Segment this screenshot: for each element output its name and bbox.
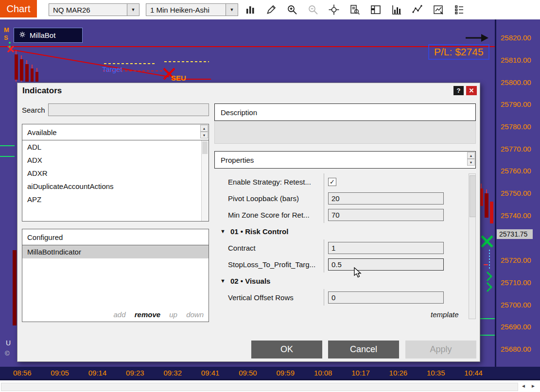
strategy-tab-millabot[interactable]: MillaBot xyxy=(14,28,83,43)
help-button[interactable]: ? xyxy=(453,86,464,95)
list-item[interactable]: ADL xyxy=(22,140,209,153)
price-axis-label: 25820.00 xyxy=(501,34,531,42)
scroll-up-icon[interactable]: ▲ xyxy=(467,152,475,159)
strategies-icon[interactable] xyxy=(411,3,424,17)
available-scrollbar[interactable] xyxy=(201,140,209,221)
time-axis-label: 10:26 xyxy=(389,369,408,377)
instrument-selector[interactable]: NQ MAR26 ▼ xyxy=(49,3,139,16)
scroll-down-icon[interactable]: ▼ xyxy=(200,132,208,138)
property-row: Vertical Offset Rows xyxy=(214,289,469,306)
stoploss-ratio-input[interactable] xyxy=(328,258,444,271)
time-axis[interactable]: 08:56 09:05 09:14 09:23 09:32 09:41 09:5… xyxy=(0,367,540,379)
property-row: Min Zone Score for Ret... xyxy=(214,206,469,223)
enable-strategy-checkbox[interactable]: ✓ xyxy=(328,178,336,186)
price-axis-label: 25710.00 xyxy=(501,278,531,287)
price-axis-label: 25780.00 xyxy=(501,122,531,131)
interval-dropdown-button[interactable]: ▼ xyxy=(226,4,238,16)
list-item[interactable]: APZ xyxy=(22,193,209,206)
price-axis-label: 25720.00 xyxy=(501,256,531,265)
vertical-offset-input[interactable] xyxy=(328,291,444,304)
cancel-button[interactable]: Cancel xyxy=(328,341,399,358)
close-button[interactable]: ✕ xyxy=(466,86,477,95)
chevron-down-icon: ▼ xyxy=(131,7,136,12)
time-axis-label: 10:44 xyxy=(464,369,483,377)
add-button[interactable]: add xyxy=(114,310,126,319)
indicators-icon[interactable] xyxy=(390,3,403,17)
tab-chart[interactable]: Chart xyxy=(0,0,37,17)
price-axis-label: 25750.00 xyxy=(501,189,531,198)
time-axis-label: 09:32 xyxy=(163,369,182,377)
pl-readout: P/L: $2745 xyxy=(428,44,489,60)
search-label: Search xyxy=(22,106,45,114)
list-item[interactable]: ADX xyxy=(22,153,209,167)
price-axis-label: 25690.00 xyxy=(501,323,531,331)
list-item[interactable]: aiDuplicateAccountActions xyxy=(22,180,209,193)
price-axis-label: 25790.00 xyxy=(501,100,531,109)
group-label: 02 • Visuals xyxy=(230,277,271,285)
horizontal-scrollbar-thumb[interactable] xyxy=(1,383,518,391)
property-group-visuals[interactable]: ▼ 02 • Visuals xyxy=(214,273,469,289)
template-link[interactable]: template xyxy=(431,310,459,319)
strategy-tab-label: MillaBot xyxy=(30,31,55,39)
search-input[interactable] xyxy=(48,103,209,116)
time-axis-label: 09:41 xyxy=(201,369,220,377)
scroll-right-icon[interactable]: ► xyxy=(531,383,536,389)
toolbar-icons xyxy=(244,3,466,17)
app-window: Chart NQ MAR26 ▼ 1 Min Heiken-Ashi ▼ xyxy=(0,0,540,392)
up-button[interactable]: up xyxy=(169,310,177,319)
indicators-dialog: Indicators ? ✕ Search Available ▲ ▼ ADL … xyxy=(17,83,480,362)
drawing-tools-icon[interactable] xyxy=(265,3,278,17)
price-axis-label: 25810.00 xyxy=(501,56,531,65)
instrument-dropdown-button[interactable]: ▼ xyxy=(127,4,139,16)
ok-button[interactable]: OK xyxy=(251,341,322,358)
chart-trader-icon[interactable] xyxy=(369,3,382,17)
chart-left-letter-m: M xyxy=(4,26,9,34)
interval-selector[interactable]: 1 Min Heiken-Ashi ▼ xyxy=(146,3,238,16)
apply-button[interactable]: Apply xyxy=(405,341,476,358)
remove-button[interactable]: remove xyxy=(135,310,160,319)
scroll-left-icon[interactable]: ◄ xyxy=(521,383,526,389)
time-axis-label: 09:23 xyxy=(126,369,144,377)
instrument-value: NQ MAR26 xyxy=(49,4,127,16)
description-body xyxy=(214,121,476,144)
scroll-down-icon[interactable]: ▼ xyxy=(467,159,475,166)
min-zone-score-input[interactable] xyxy=(328,209,444,221)
properties-header-label: Properties xyxy=(221,156,254,164)
crosshair-icon[interactable] xyxy=(328,3,340,17)
property-label: Min Zone Score for Ret... xyxy=(214,211,324,219)
zoom-out-icon[interactable] xyxy=(307,3,319,17)
object-properties-icon[interactable] xyxy=(453,3,466,17)
time-axis-label: 08:56 xyxy=(13,369,32,377)
down-button[interactable]: down xyxy=(186,310,204,319)
price-axis[interactable]: 25820.00 25810.00 25800.00 25790.00 2578… xyxy=(496,19,540,367)
gear-icon xyxy=(19,31,26,39)
configured-list: Configured MillaBotIndicator add remove … xyxy=(22,229,209,322)
properties-scroll-spinner: ▲ ▼ xyxy=(467,152,475,166)
property-label: StopLoss_To_Profit_Targ... xyxy=(214,260,324,269)
scroll-up-icon[interactable]: ▲ xyxy=(200,125,208,132)
contract-input[interactable] xyxy=(328,242,444,254)
chart-snapshot-icon[interactable] xyxy=(432,3,445,17)
available-scrollbar-thumb[interactable] xyxy=(202,141,208,154)
target-annotation: Target xyxy=(102,65,122,73)
properties-scrollbar[interactable] xyxy=(469,173,476,319)
time-axis-label: 10:08 xyxy=(314,369,332,377)
pivot-loopback-input[interactable] xyxy=(328,192,444,205)
properties-header: Properties ▲ ▼ xyxy=(214,151,476,169)
time-axis-label: 10:17 xyxy=(351,369,370,377)
list-item[interactable]: ADXR xyxy=(22,167,209,180)
properties-scrollbar-thumb[interactable] xyxy=(470,175,476,217)
data-series-icon[interactable] xyxy=(348,3,361,17)
configured-actions: add remove up down xyxy=(107,310,204,319)
zoom-in-icon[interactable] xyxy=(286,3,298,17)
list-item[interactable]: MillaBotIndicator xyxy=(22,245,209,258)
time-labels: 08:56 09:05 09:14 09:23 09:32 09:41 09:5… xyxy=(0,367,496,379)
current-price-tag: 25731.75 xyxy=(497,229,533,239)
collapse-triangle-icon: ▼ xyxy=(220,278,226,284)
price-axis-label: 25760.00 xyxy=(501,167,531,175)
chart-style-icon[interactable] xyxy=(244,3,257,17)
property-group-risk-control[interactable]: ▼ 01 • Risk Control xyxy=(214,223,469,239)
configured-header: Configured xyxy=(22,229,209,245)
available-list: Available ▲ ▼ ADL ADX ADXR aiDuplicateAc… xyxy=(22,124,209,222)
horizontal-scrollbar[interactable]: ◄ ► xyxy=(0,379,540,392)
